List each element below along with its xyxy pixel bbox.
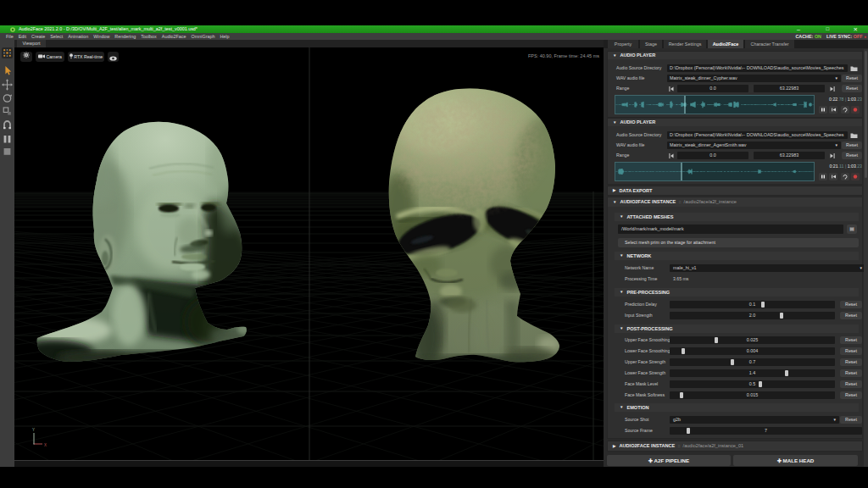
svg-text:X: X xyxy=(44,443,47,447)
svg-text:Y: Y xyxy=(32,428,35,432)
